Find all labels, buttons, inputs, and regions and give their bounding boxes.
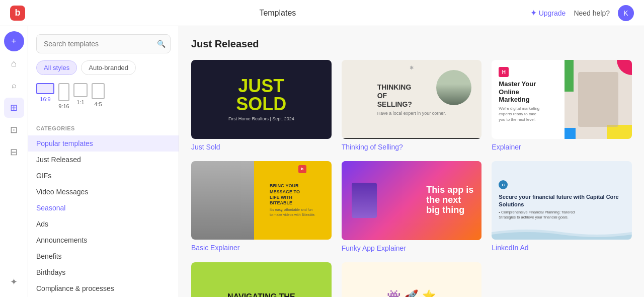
upgrade-button[interactable]: ✦ Upgrade	[530, 8, 566, 18]
template-card-just-sold[interactable]: JUST SOLD First Home Realtors | Sept. 20…	[191, 60, 332, 151]
basic-title: BRING YOURMESSAGE TOLIFE WITHBITEABLE	[270, 183, 315, 206]
avatar[interactable]: K	[618, 5, 634, 21]
funky-line3: big thing	[426, 205, 473, 215]
template-name-basic: Basic Explainer	[191, 244, 332, 252]
just-sold-sub: First Home Realtors | Sept. 2024	[228, 116, 294, 121]
logo-letter: b	[15, 8, 21, 18]
ratio-16-9-button[interactable]: 16:9	[36, 83, 54, 109]
nav-popular-templates[interactable]: Popular templates	[28, 135, 179, 152]
grid-icon: ⊞	[10, 102, 18, 113]
home-nav-button[interactable]: ⌂	[4, 53, 24, 73]
selling-sub: Have a local expert in your corner.	[377, 111, 446, 116]
ratio-4-5-button[interactable]: 4:5	[92, 83, 105, 109]
template-card-linkedin[interactable]: C Secure your financial future with Capi…	[492, 161, 632, 252]
template-thumb-thinking: THINKINGOFSELLING? Have a local expert i…	[342, 60, 482, 139]
basic-sub: It's easy, affordable and funto make vid…	[270, 207, 315, 217]
nav-gifs[interactable]: GIFs	[28, 168, 179, 184]
template-card-space[interactable]: 👾 🚀 ⭐ 🪐 🍵 Space	[342, 262, 482, 298]
template-name-thinking: Thinking of Selling?	[342, 143, 482, 151]
selling-circle	[436, 70, 471, 105]
funky-text: This app is the next big thing	[426, 185, 473, 215]
funky-content: This app is the next big thing	[342, 161, 482, 240]
nav-benefits[interactable]: Benefits	[28, 248, 179, 264]
template-card-navigating[interactable]: NAVIGATING THENEXT FRONTIER OF Navigatin…	[191, 262, 332, 298]
linkedin-sub: • Comprehensive Financial Planning: Tail…	[499, 210, 625, 220]
icon-bar: + ⌂ ⌕ ⊞ ⊡ ⊟ ✦	[0, 26, 28, 297]
selling-title: THINKINGOFSELLING?	[377, 83, 446, 108]
categories-label: CATEGORIES	[28, 125, 179, 131]
main: + ⌂ ⌕ ⊞ ⊡ ⊟ ✦ 🔍	[0, 26, 644, 297]
ratio-9-16-button[interactable]: 9:16	[58, 83, 69, 109]
biteable-logo-letter: b	[301, 167, 303, 171]
template-card-explainer[interactable]: H Master YourOnlineMarketing We're digit…	[492, 60, 632, 151]
linkedin-title: Secure your financial future with Capita…	[499, 193, 625, 208]
nav-ads[interactable]: Ads	[28, 216, 179, 232]
biteable-logo: b	[298, 165, 306, 173]
header: b Templates ✦ Upgrade Need help? K	[0, 0, 644, 26]
template-thumb-explainer: H Master YourOnlineMarketing We're digit…	[492, 60, 632, 139]
search-nav-icon: ⌕	[12, 81, 17, 90]
template-name-explainer: Explainer	[492, 143, 632, 151]
create-button[interactable]: +	[4, 31, 24, 51]
template-thumb-funky: This app is the next big thing	[342, 161, 482, 240]
book-nav-button[interactable]: ⊟	[4, 142, 24, 162]
icon-bar-bottom: ✦	[4, 272, 24, 292]
linkedin-logo-letter: C	[502, 183, 505, 187]
nav-announcements[interactable]: Announcements	[28, 232, 179, 248]
navigating-content: NAVIGATING THENEXT FRONTIER OF	[191, 262, 332, 298]
logo[interactable]: b	[10, 6, 25, 21]
search-nav-button[interactable]: ⌕	[4, 76, 24, 96]
header-right: ✦ Upgrade Need help? K	[530, 5, 634, 21]
explainer-logo-letter: H	[502, 69, 506, 75]
snowflake-icon: ✱	[410, 65, 414, 70]
accent-blue	[565, 128, 576, 139]
nav-just-released[interactable]: Just Released	[28, 152, 179, 168]
explainer-logo: H	[499, 67, 509, 77]
template-card-basic-explainer[interactable]: b BRING YOURMESSAGE TOLIFE WITHBITEABLE …	[191, 161, 332, 252]
basic-text: BRING YOURMESSAGE TOLIFE WITHBITEABLE It…	[267, 178, 320, 222]
nav-compliance[interactable]: Compliance & processes	[28, 280, 179, 296]
sparkle-button[interactable]: ✦	[4, 272, 24, 292]
templates-grid: JUST SOLD First Home Realtors | Sept. 20…	[191, 60, 632, 297]
ratio-1-1-button[interactable]: 1:1	[73, 83, 88, 109]
all-styles-button[interactable]: All styles	[36, 60, 77, 75]
sidebar-top: 🔍 All styles Auto-branded 16:9 9:16	[28, 26, 179, 125]
nav-birthdays[interactable]: Birthdays	[28, 264, 179, 280]
just-sold-text: JUST SOLD First Home Realtors | Sept. 20…	[228, 77, 294, 121]
book-icon: ⊟	[10, 146, 18, 158]
page-title: Templates	[259, 9, 296, 18]
search-input[interactable]	[36, 34, 171, 53]
section-title: Just Released	[191, 38, 632, 50]
basic-building	[191, 161, 259, 240]
nav-video-messages[interactable]: Video Messages	[28, 184, 179, 200]
just-sold-line1: JUST	[228, 77, 294, 95]
ratio-1-1-label: 1:1	[76, 99, 84, 105]
template-name-funky: Funky App Explainer	[342, 244, 482, 252]
auto-branded-button[interactable]: Auto-branded	[81, 60, 136, 75]
ratio-buttons: 16:9 9:16 1:1 4:5	[36, 83, 171, 109]
linkedin-logo-circle: C	[499, 180, 508, 189]
nav-seasonal[interactable]: Seasonal	[28, 200, 179, 216]
template-thumb-basic: b BRING YOURMESSAGE TOLIFE WITHBITEABLE …	[191, 161, 332, 240]
sparkle-icon: ✦	[10, 276, 18, 287]
linkedin-logo-row: C	[499, 180, 625, 189]
template-name-linkedin: LinkedIn Ad	[492, 244, 632, 252]
person-silhouette	[352, 183, 377, 218]
template-card-funky[interactable]: This app is the next big thing Funky App…	[342, 161, 482, 252]
folder-nav-button[interactable]: ⊡	[4, 120, 24, 140]
upgrade-icon: ✦	[530, 8, 537, 18]
template-name-just-sold: Just Sold	[191, 143, 332, 151]
template-thumb-navigating: NAVIGATING THENEXT FRONTIER OF	[191, 262, 332, 298]
explainer-sub: We're digital marketingexperts ready to …	[499, 106, 557, 123]
template-card-thinking[interactable]: THINKINGOFSELLING? Have a local expert i…	[342, 60, 482, 151]
accent-green	[565, 60, 574, 92]
just-sold-line2: SOLD	[228, 95, 294, 113]
upgrade-label: Upgrade	[539, 9, 566, 17]
ratio-4-5-label: 4:5	[94, 101, 102, 107]
plus-icon: +	[11, 36, 17, 47]
ratio-16-9-label: 16:9	[40, 96, 50, 102]
templates-nav-button[interactable]: ⊞	[4, 98, 24, 118]
template-thumb-linkedin: C Secure your financial future with Capi…	[492, 161, 632, 240]
help-button[interactable]: Need help?	[574, 9, 610, 17]
navigating-text: NAVIGATING THENEXT FRONTIER OF	[217, 287, 306, 297]
